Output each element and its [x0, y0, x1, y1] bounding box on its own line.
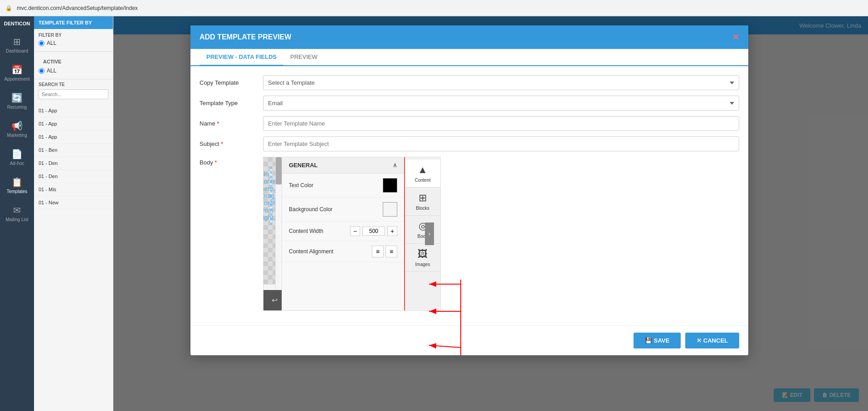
browser-icon: 🔒 — [5, 5, 12, 11]
icon-panel-content[interactable]: ▲ Content — [405, 160, 440, 188]
icon-panel-body[interactable]: ◎ Body — [405, 216, 440, 244]
modal-body: Copy Template Select a Template Template… — [190, 66, 748, 325]
align-center-button[interactable]: ≡ — [385, 246, 397, 257]
sidebar-item-label: Mailing List — [5, 217, 28, 222]
template-type-label: Template Type — [200, 100, 263, 106]
collapse-icon[interactable]: ∧ — [393, 162, 397, 169]
modal: ADD TEMPLATE PREVIEW ✕ PREVIEW - DATA FI… — [190, 25, 748, 355]
active-section-container: ACTIVE ALL — [34, 52, 113, 79]
sidebar-item-templates[interactable]: 📋 Templates — [0, 171, 34, 199]
save-button[interactable]: 💾 SAVE — [634, 333, 681, 348]
body-required: * — [215, 159, 217, 166]
list-item[interactable]: 01 - App — [34, 104, 113, 117]
list-item[interactable]: 01 - Ben — [34, 144, 113, 157]
tab-preview[interactable]: PREVIEW — [283, 49, 324, 66]
active-option-all[interactable]: ALL — [39, 68, 108, 74]
content-width-field: Content Width − + — [282, 222, 404, 241]
images-panel-icon: 🖼 — [418, 248, 428, 260]
name-label: Name * — [200, 120, 263, 127]
width-input[interactable] — [362, 227, 385, 236]
align-left-button[interactable]: ≡ — [372, 246, 384, 257]
sidebar-item-label: Recurring — [7, 105, 27, 110]
text-color-swatch[interactable] — [383, 178, 397, 193]
editor-content-box[interactable]: No content here. Drag content from right… — [270, 166, 272, 225]
subject-required: * — [221, 140, 223, 147]
blocks-panel-label: Blocks — [416, 206, 429, 211]
sidebar-item-label: Dashboard — [6, 48, 28, 53]
width-increase-button[interactable]: + — [387, 226, 397, 236]
filter-option-all[interactable]: ALL — [39, 40, 108, 46]
tab-preview-data-label: PREVIEW - DATA FIELDS — [206, 53, 277, 60]
list-item[interactable]: 01 - New — [34, 196, 113, 209]
active-all-radio[interactable] — [39, 68, 44, 74]
subject-row: Subject * — [200, 136, 739, 151]
left-panel: TEMPLATE FILTER BY FILTER BY ALL ACTIVE … — [34, 16, 113, 411]
name-row: Name * — [200, 116, 739, 131]
dashboard-icon: ⊞ — [13, 36, 21, 47]
background-color-swatch[interactable] — [383, 202, 397, 217]
mailinglist-icon: ✉ — [13, 205, 21, 216]
search-label: SEARCH TE — [39, 82, 108, 87]
images-panel-label: Images — [415, 262, 430, 267]
adhoc-icon: 📄 — [11, 149, 23, 160]
content-panel-label: Content — [414, 178, 430, 183]
copy-template-label: Copy Template — [200, 79, 263, 86]
sidebar-item-label: Ad-hoc — [10, 161, 24, 166]
editor-scrollbar[interactable] — [275, 157, 282, 290]
background-color-label: Background Color — [289, 206, 383, 213]
sidebar-item-recurring[interactable]: 🔄 Recurring — [0, 87, 34, 115]
sidebar-item-marketing[interactable]: 📢 Marketing — [0, 115, 34, 143]
background-color-field: Background Color — [282, 198, 404, 222]
icon-panel-blocks[interactable]: ⊞ Blocks — [405, 188, 440, 216]
text-color-label: Text Color — [289, 182, 383, 189]
browser-bar: 🔒 mvc.denticon.com/AdvancedSetup/templat… — [0, 0, 868, 16]
copy-template-select[interactable]: Select a Template — [263, 75, 739, 90]
list-item[interactable]: 01 - App — [34, 131, 113, 144]
name-input[interactable] — [263, 116, 739, 131]
sidebar-item-dashboard[interactable]: ⊞ Dashboard — [0, 31, 34, 59]
general-section-header: GENERAL ∧ — [282, 157, 404, 174]
name-required: * — [217, 120, 219, 127]
icon-panel-images[interactable]: 🖼 Images — [405, 244, 440, 272]
list-item[interactable]: 01 - Den — [34, 170, 113, 183]
sidebar-item-appointment[interactable]: 📅 Appointment — [0, 59, 34, 87]
modal-tabs: PREVIEW - DATA FIELDS PREVIEW — [190, 49, 748, 66]
search-input[interactable] — [39, 89, 108, 99]
sidebar-item-label: Marketing — [7, 133, 27, 138]
list-item[interactable]: 01 - Den — [34, 157, 113, 170]
filter-section: FILTER BY ALL — [34, 29, 113, 52]
editor-toolbar: ↩ ↪ 👁 🖥 📱 — [263, 290, 282, 310]
sidebar-item-adhoc[interactable]: 📄 Ad-hoc — [0, 143, 34, 171]
cancel-button[interactable]: ✕ CANCEL — [685, 333, 739, 348]
cancel-button-label: ✕ CANCEL — [697, 337, 728, 344]
editor-main: No content here. Drag content from right… — [263, 157, 282, 310]
search-section: SEARCH TE — [34, 79, 113, 102]
content-panel-icon: ▲ — [418, 164, 428, 176]
sidebar-item-label: Templates — [7, 189, 28, 194]
icon-panel: ▲ Content ⊞ Blocks ◎ Body — [404, 157, 440, 310]
body-label: Body * — [200, 157, 263, 166]
undo-button[interactable]: ↩ — [269, 294, 280, 306]
sidebar: DENTICON ⊞ Dashboard 📅 Appointment 🔄 Rec… — [0, 16, 34, 411]
modal-close-button[interactable]: ✕ — [732, 32, 739, 42]
tab-preview-data-fields[interactable]: PREVIEW - DATA FIELDS — [200, 49, 283, 66]
marketing-icon: 📢 — [11, 121, 23, 131]
subject-label: Subject * — [200, 140, 263, 147]
subject-input[interactable] — [263, 136, 739, 151]
body-row: Body * No content here. Drag content fro… — [200, 157, 739, 311]
width-control: − + — [350, 226, 397, 236]
list-item[interactable]: 01 - App — [34, 117, 113, 131]
template-type-select[interactable]: Email SMS Letter — [263, 96, 739, 111]
editor-right-panel: GENERAL ∧ Text Color Background Color — [282, 157, 404, 310]
general-label: GENERAL — [289, 162, 318, 169]
alignment-buttons: ≡ ≡ — [372, 246, 397, 257]
sidebar-item-mailinglist[interactable]: ✉ Mailing List — [0, 199, 34, 227]
editor-container: No content here. Drag content from right… — [263, 157, 441, 311]
copy-template-row: Copy Template Select a Template — [200, 75, 739, 90]
list-item[interactable]: 01 - Mis — [34, 183, 113, 196]
width-decrease-button[interactable]: − — [350, 226, 360, 236]
filter-all-radio[interactable] — [39, 40, 44, 46]
content-alignment-label: Content Alignment — [289, 248, 372, 255]
browser-url: mvc.denticon.com/AdvancedSetup/template/… — [17, 5, 138, 11]
toggle-panel-button[interactable]: › — [425, 222, 434, 245]
